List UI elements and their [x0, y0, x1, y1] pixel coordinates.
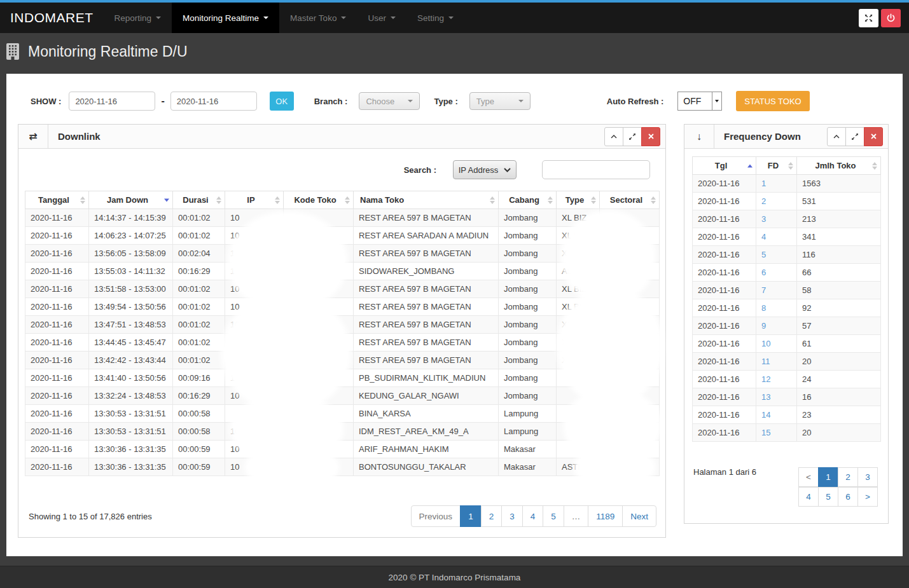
- col-header-ip[interactable]: IP: [225, 191, 284, 209]
- fd-link[interactable]: 2: [756, 193, 797, 210]
- col-header-durasi[interactable]: Durasi: [173, 191, 225, 209]
- col-header-sectoral[interactable]: Sectoral: [600, 191, 660, 209]
- table-row: 2020-11-164341: [693, 228, 881, 246]
- close-button[interactable]: [641, 127, 660, 146]
- table-row: 2020-11-161520: [693, 424, 881, 442]
- cell: REST AREA 597 B MAGETAN: [354, 298, 499, 316]
- cell: 2020-11-16: [25, 263, 89, 280]
- type-select[interactable]: Type: [469, 92, 531, 110]
- table-row: 2020-11-16758: [693, 282, 881, 299]
- fd-link[interactable]: 3: [756, 210, 797, 228]
- page-button[interactable]: 6: [838, 487, 858, 507]
- page-button[interactable]: 1: [460, 505, 482, 527]
- page-button[interactable]: 3: [857, 467, 878, 487]
- fd-link[interactable]: 15: [756, 424, 797, 442]
- page-button[interactable]: 1: [818, 467, 838, 487]
- search-field-select[interactable]: IP Address: [453, 160, 517, 179]
- entries-info: Showing 1 to 15 of 17,826 entries: [29, 512, 152, 521]
- expand-button[interactable]: [845, 127, 864, 146]
- fd-link[interactable]: 12: [756, 371, 797, 388]
- power-button[interactable]: [881, 9, 901, 27]
- table-row: 2020-11-1613:49:54 - 13:50:5600:01:0210R…: [25, 298, 660, 316]
- brand-logo[interactable]: INDOMARET: [0, 3, 104, 33]
- sort-icon: [80, 196, 85, 204]
- page-button[interactable]: 2: [838, 467, 858, 487]
- cell: 00:01:02: [173, 298, 225, 316]
- fd-link[interactable]: 7: [756, 282, 797, 299]
- downlink-panel-body: Search : IP Address Tanggal: [18, 149, 665, 537]
- cell: ARIF_RAHMAN_HAKIM: [354, 441, 499, 458]
- nav-item-monitoring-realtime[interactable]: Monitoring Realtime: [172, 3, 279, 33]
- page-button[interactable]: >: [857, 487, 878, 507]
- fd-link[interactable]: 5: [756, 246, 797, 264]
- collapse-button[interactable]: [827, 127, 846, 146]
- page-button[interactable]: 4: [522, 505, 544, 527]
- ok-button[interactable]: OK: [270, 92, 294, 111]
- fd-link[interactable]: 9: [756, 317, 797, 335]
- cell: 00:00:59: [173, 458, 225, 476]
- nav-item-label: Master Toko: [290, 13, 337, 23]
- fd-link[interactable]: 8: [756, 299, 797, 317]
- nav-item-reporting[interactable]: Reporting: [104, 3, 172, 33]
- collapse-button[interactable]: [604, 127, 623, 146]
- caret-down-icon: [156, 17, 161, 19]
- close-button[interactable]: [864, 127, 883, 146]
- page-button[interactable]: 3: [501, 505, 523, 527]
- table-row: 2020-11-1613:30:36 - 13:31:3500:00:5910T…: [25, 441, 660, 458]
- page-button[interactable]: 4: [798, 487, 819, 507]
- col-header-fd[interactable]: FD: [756, 157, 797, 175]
- expand-button[interactable]: [623, 127, 642, 146]
- col-header-tgl[interactable]: Tgl: [693, 157, 756, 175]
- nav-item-setting[interactable]: Setting: [406, 3, 464, 33]
- fullscreen-button[interactable]: [859, 9, 878, 27]
- cell: BINA_KARSA: [354, 405, 499, 423]
- cell: 13:30:53 - 13:31:51: [89, 423, 173, 441]
- cell: 13:49:54 - 13:50:56: [89, 298, 173, 316]
- caret-down-icon: [448, 17, 454, 19]
- fd-link[interactable]: 10: [756, 335, 797, 353]
- fd-link[interactable]: 14: [756, 406, 797, 424]
- branch-select[interactable]: Choose: [359, 92, 420, 110]
- search-input[interactable]: [542, 160, 650, 179]
- fd-link[interactable]: 13: [756, 388, 797, 406]
- cell: 2020-11-16: [693, 317, 756, 335]
- page-button[interactable]: 2: [481, 505, 503, 527]
- auto-refresh-label: Auto Refresh :: [607, 97, 664, 106]
- page-button[interactable]: Previous: [411, 505, 461, 527]
- status-toko-button[interactable]: STATUS TOKO: [736, 91, 809, 111]
- downlink-panel-buttons: [605, 127, 660, 146]
- fd-link[interactable]: 11: [756, 353, 797, 371]
- auto-refresh-select[interactable]: OFF: [677, 92, 722, 111]
- cell: 2020-11-16: [693, 424, 756, 442]
- arrow-down-icon: ↓: [684, 125, 714, 148]
- col-header-kode-toko[interactable]: Kode Toko: [284, 191, 354, 209]
- col-header-nama-toko[interactable]: Nama Toko: [354, 191, 499, 209]
- col-header-jmlh-toko[interactable]: Jmlh Toko: [797, 157, 881, 175]
- nav-item-master-toko[interactable]: Master Toko: [279, 3, 357, 33]
- date-to-input[interactable]: [170, 92, 257, 111]
- page-button[interactable]: 1189: [588, 505, 623, 527]
- frequency-table: Tgl FD Jmlh Toko 2020-11-16115632020-11-…: [692, 156, 881, 442]
- page-button[interactable]: <: [798, 467, 819, 487]
- col-header-tanggal[interactable]: Tanggal: [25, 191, 89, 209]
- col-header-type[interactable]: Type: [557, 191, 600, 209]
- date-from-input[interactable]: [69, 92, 155, 111]
- cell: 2020-11-16: [25, 316, 89, 334]
- page-button[interactable]: Next: [622, 505, 656, 527]
- fd-link[interactable]: 4: [756, 228, 797, 246]
- page-button[interactable]: 5: [543, 505, 564, 527]
- frequency-table-footer: Halaman 1 dari 6 <123456>: [693, 467, 878, 507]
- page-button[interactable]: 5: [818, 487, 838, 507]
- fd-link[interactable]: 6: [756, 264, 797, 282]
- show-label: SHOW :: [31, 97, 61, 106]
- nav-item-label: Monitoring Realtime: [183, 13, 259, 23]
- nav-item-user[interactable]: User: [357, 3, 406, 33]
- fd-link[interactable]: 1: [756, 175, 797, 193]
- nav-item-label: Setting: [417, 13, 444, 23]
- col-header-cabang[interactable]: Cabang: [499, 191, 557, 209]
- col-header-jam-down[interactable]: Jam Down: [89, 191, 173, 209]
- page-button[interactable]: …: [564, 505, 589, 527]
- cell: 13:56:05 - 13:58:09: [89, 245, 173, 263]
- sort-icon: [788, 162, 793, 170]
- cell: 00:01:02: [173, 280, 225, 298]
